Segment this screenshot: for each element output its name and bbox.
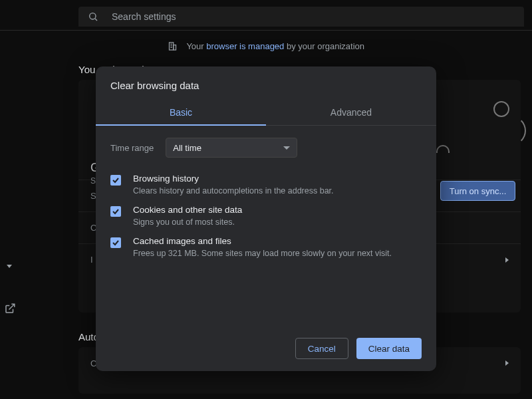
option-sub: Clears history and autocompletions in th… xyxy=(133,186,334,196)
time-range-value: All time xyxy=(173,143,201,153)
option-title: Cached images and files xyxy=(133,236,392,246)
checkbox-cached[interactable] xyxy=(110,237,121,248)
option-title: Cookies and other site data xyxy=(133,205,242,215)
tab-advanced[interactable]: Advanced xyxy=(266,100,436,125)
open-external-icon[interactable] xyxy=(4,303,17,316)
tab-basic[interactable]: Basic xyxy=(96,100,266,125)
time-range-select[interactable]: All time xyxy=(166,138,297,158)
svg-point-0 xyxy=(90,13,96,19)
divider xyxy=(0,30,532,31)
option-cookies: Cookies and other site data Signs you ou… xyxy=(110,196,422,227)
settings-search-bar[interactable]: Search settings xyxy=(78,7,524,27)
chevron-right-icon xyxy=(505,257,509,263)
time-range-label: Time range xyxy=(110,143,154,153)
option-browsing-history: Browsing history Clears history and auto… xyxy=(110,164,422,196)
managed-link[interactable]: browser is managed xyxy=(206,41,284,51)
clear-data-button[interactable]: Clear data xyxy=(356,338,422,359)
search-placeholder: Search settings xyxy=(112,11,176,22)
chevron-down-icon xyxy=(283,146,290,150)
option-sub: Frees up 321 MB. Some sites may load mor… xyxy=(133,249,392,258)
dialog-actions: Cancel Clear data xyxy=(96,258,436,359)
time-range-row: Time range All time xyxy=(96,126,436,158)
dialog-title: Clear browsing data xyxy=(96,66,436,100)
options-list: Browsing history Clears history and auto… xyxy=(96,158,436,258)
managed-prefix: Your xyxy=(186,41,206,51)
dialog-tabs: Basic Advanced xyxy=(96,100,436,126)
bg-row4-label: I xyxy=(90,255,93,265)
managed-banner: Your browser is managed by your organiza… xyxy=(0,41,532,53)
building-icon xyxy=(168,41,178,53)
search-icon xyxy=(88,11,98,22)
cancel-button[interactable]: Cancel xyxy=(295,338,348,359)
svg-line-1 xyxy=(95,19,97,21)
chevron-right-icon xyxy=(505,360,509,366)
svg-line-7 xyxy=(9,304,15,309)
bg-row1-sub: S xyxy=(90,176,96,186)
checkbox-browsing-history[interactable] xyxy=(110,175,121,186)
clear-browsing-data-dialog: Clear browsing data Basic Advanced Time … xyxy=(96,66,436,371)
decorative-arc xyxy=(496,116,526,146)
managed-suffix: by your organization xyxy=(284,41,364,51)
checkbox-cookies[interactable] xyxy=(110,206,121,217)
nav-collapse-chevron[interactable] xyxy=(7,265,16,274)
decorative-circle xyxy=(493,101,509,117)
sync-button[interactable]: Turn on sync... xyxy=(440,181,515,201)
option-cached: Cached images and files Frees up 321 MB.… xyxy=(110,227,422,258)
option-title: Browsing history xyxy=(133,174,334,184)
svg-rect-3 xyxy=(174,45,176,51)
option-sub: Signs you out of most sites. xyxy=(133,217,242,227)
